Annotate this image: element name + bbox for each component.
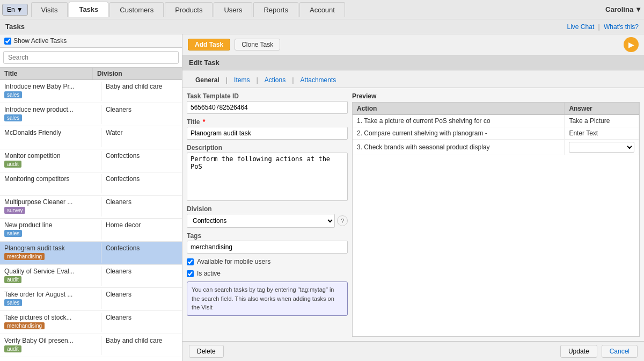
show-active-tasks-checkbox[interactable] — [4, 38, 11, 45]
tab-items[interactable]: Items — [228, 73, 256, 88]
division-label: Division — [187, 205, 348, 213]
tab-customers[interactable]: Customers — [109, 2, 164, 17]
task-row[interactable]: Planogram audit task merchandising Confe… — [0, 242, 182, 265]
main-area: Show Active Tasks Title Division Introdu… — [0, 34, 644, 361]
description-textarea[interactable]: Perform the following actions at the PoS — [187, 153, 348, 201]
col-division-header: Division — [93, 68, 173, 80]
tab-visits[interactable]: Visits — [31, 2, 68, 17]
required-star: * — [203, 118, 206, 126]
preview-answer-select[interactable] — [569, 142, 634, 153]
task-name: Take order for August ... — [4, 291, 97, 298]
tab-reports[interactable]: Reports — [253, 2, 298, 17]
scroll-header-placeholder — [173, 68, 182, 80]
is-active-label: Is active — [197, 270, 221, 277]
tab-users[interactable]: Users — [214, 2, 252, 17]
lang-label: En — [7, 6, 15, 13]
tab-tasks[interactable]: Tasks — [69, 2, 108, 17]
division-help-button[interactable]: ? — [337, 215, 348, 226]
title-group: Title * — [187, 118, 348, 140]
task-row[interactable]: Take pictures of stock... merchandising … — [0, 311, 182, 334]
task-row[interactable]: Introduce new Baby Pr... sales Baby and … — [0, 80, 182, 103]
play-icon: ▶ — [628, 40, 634, 49]
task-row[interactable]: Introduce new product... sales Cleaners — [0, 103, 182, 126]
play-button[interactable]: ▶ — [624, 37, 639, 52]
link-separator: | — [598, 23, 602, 31]
template-id-input[interactable] — [187, 101, 348, 114]
is-active-row: Is active — [187, 270, 348, 277]
preview-row: 2. Compare current shelving with planogr… — [353, 127, 639, 140]
delete-button[interactable]: Delete — [189, 345, 224, 358]
task-division: Confections — [101, 151, 182, 161]
title-input[interactable] — [187, 127, 348, 140]
task-row[interactable]: Monitor competition audit Confections — [0, 149, 182, 172]
tab-actions[interactable]: Actions — [258, 73, 292, 88]
task-name: Introduce new product... — [4, 106, 97, 113]
task-tag: merchandising — [4, 322, 45, 329]
task-name: Take pictures of stock... — [4, 314, 97, 321]
available-mobile-row: Available for mobile users — [187, 258, 348, 265]
col-title-header: Title — [0, 68, 93, 80]
clone-task-button[interactable]: Clone Task — [235, 39, 280, 50]
tab-general[interactable]: General — [189, 73, 226, 88]
edit-content: Task Template ID Title * Description Per… — [182, 88, 644, 341]
task-row[interactable]: Verify Baby Oil presen... audit Baby and… — [0, 334, 182, 357]
user-menu-button[interactable]: Carolina ▼ — [605, 5, 642, 13]
search-input[interactable] — [3, 51, 179, 64]
division-select-row: Confections Cleaners Baby and child care… — [187, 214, 348, 228]
task-list-header: Title Division — [0, 68, 182, 80]
preview-header: Preview — [352, 92, 640, 100]
task-name: Verify Baby Oil presen... — [4, 337, 97, 344]
tab-products[interactable]: Products — [165, 2, 213, 17]
task-row[interactable]: Multipurpose Cleaner ... survey Cleaners — [0, 196, 182, 219]
preview-action-cell: 1. Take a picture of current PoS shelvin… — [353, 115, 565, 127]
task-row[interactable]: New product line sales Home decor — [0, 219, 182, 242]
task-tag: sales — [4, 299, 22, 306]
preview-answer-cell: Enter Text — [565, 127, 639, 140]
update-button[interactable]: Update — [560, 345, 597, 358]
search-bar — [0, 48, 182, 68]
tags-input[interactable] — [187, 241, 348, 254]
tags-label: Tags — [187, 232, 348, 240]
task-row[interactable]: Monitoring competitors Confections — [0, 172, 182, 196]
info-box: You can search tasks by tag by entering … — [187, 281, 348, 316]
tags-group: Tags — [187, 232, 348, 254]
task-division: Baby and child care — [101, 82, 182, 91]
task-name: McDonalds Friendly — [4, 129, 97, 136]
add-task-button[interactable]: Add Task — [188, 39, 230, 50]
task-name: Monitor competition — [4, 152, 97, 160]
preview-action-cell: 3. Check brands with seasonal product di… — [353, 140, 565, 155]
task-name: New product line — [4, 221, 97, 229]
task-division: Cleaners — [101, 266, 182, 276]
tab-account[interactable]: Account — [299, 2, 345, 17]
available-mobile-checkbox[interactable] — [187, 258, 194, 265]
task-tag: sales — [4, 114, 22, 121]
cancel-button[interactable]: Cancel — [602, 345, 638, 358]
task-row[interactable]: Quality of Service Eval... audit Cleaner… — [0, 265, 182, 288]
right-panel: Add Task Clone Task ▶ Edit Task General … — [182, 34, 644, 361]
edit-task-header: Edit Task — [182, 55, 644, 70]
preview-answer-cell[interactable] — [565, 140, 639, 155]
language-button[interactable]: En ▼ — [2, 4, 28, 16]
lang-chevron-icon: ▼ — [17, 6, 23, 13]
preview-row: 1. Take a picture of current PoS shelvin… — [353, 115, 639, 127]
task-row[interactable]: McDonalds Friendly Water — [0, 126, 182, 149]
whats-this-link[interactable]: What's this? — [604, 23, 639, 31]
tab-attachments[interactable]: Attachments — [294, 73, 343, 88]
task-tag: audit — [4, 276, 21, 283]
task-tag: sales — [4, 91, 22, 98]
preview-action-cell: 2. Compare current shelving with planogr… — [353, 127, 565, 140]
preview-side: Preview Action Answer 1. Take a picture … — [352, 92, 640, 337]
preview-table: Action Answer 1. Take a picture of curre… — [352, 102, 640, 337]
show-active-tasks-checkbox-label[interactable]: Show Active Tasks — [4, 37, 67, 45]
task-row[interactable]: Take order for August ... sales Cleaners — [0, 288, 182, 311]
is-active-checkbox[interactable] — [187, 270, 194, 277]
live-chat-link[interactable]: Live Chat — [567, 23, 595, 31]
description-group: Description Perform the following action… — [187, 144, 348, 201]
division-select[interactable]: Confections Cleaners Baby and child care… — [187, 214, 335, 228]
task-name: Quality of Service Eval... — [4, 268, 97, 275]
task-tag: audit — [4, 345, 21, 352]
edit-tabs: General | Items | Actions | Attachments — [182, 70, 644, 88]
edit-footer: Delete Update Cancel — [182, 341, 644, 361]
top-navigation: En ▼ Visits Tasks Customers Products Use… — [0, 0, 644, 19]
task-name: Monitoring competitors — [4, 175, 97, 183]
